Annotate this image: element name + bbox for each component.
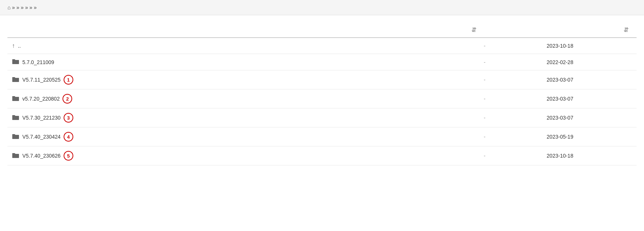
table-row: ↑..-2023-10-18 xyxy=(7,38,637,54)
sort-cell xyxy=(448,108,480,127)
parent-dir-icon: ↑ xyxy=(12,42,15,49)
last-cell xyxy=(616,108,637,127)
size-cell: - xyxy=(479,146,542,165)
sort-cell xyxy=(448,127,480,146)
table-row: 5.7.0_211009-2022-02-28 xyxy=(7,54,637,70)
column-header-file xyxy=(7,23,448,38)
size-cell: - xyxy=(479,38,542,54)
sequence-badge: 4 xyxy=(64,132,73,142)
home-icon: ⌂ xyxy=(7,4,10,10)
breadcrumb-separator: » xyxy=(16,4,21,10)
file-name[interactable]: 5.7.0_211009 xyxy=(22,59,54,65)
file-cell: V5.7.30_2212303 xyxy=(7,108,448,127)
last-cell xyxy=(616,127,637,146)
table-row: V5.7.11_2205251-2023-03-07 xyxy=(7,70,637,89)
sort-cell xyxy=(448,38,480,54)
breadcrumb-separator: » xyxy=(29,4,34,10)
size-cell: - xyxy=(479,89,542,108)
column-date-sort[interactable]: ⇵ xyxy=(616,23,637,38)
sequence-badge: 5 xyxy=(64,151,73,161)
file-cell: ↑.. xyxy=(7,38,448,54)
date-cell: 2023-10-18 xyxy=(542,146,615,165)
folder-icon xyxy=(12,152,19,159)
date-cell: 2023-05-19 xyxy=(542,127,615,146)
sort-cell xyxy=(448,70,480,89)
breadcrumb-separator: » xyxy=(12,4,16,10)
sort-cell xyxy=(448,146,480,165)
file-cell: V5.7.40_2306265 xyxy=(7,146,448,165)
table-row: V5.7.30_2212303-2023-03-07 xyxy=(7,108,637,127)
file-name[interactable]: V5.7.40_230626 xyxy=(22,153,61,159)
file-name[interactable]: v5.7.20_220802 xyxy=(22,96,60,102)
folder-icon xyxy=(12,114,19,121)
date-sort-icon[interactable]: ⇵ xyxy=(624,27,628,33)
main-content: ⇵ ⇵ ↑..-2023-10-18 5.7.0_211009-2022-02-… xyxy=(0,15,644,165)
size-cell: - xyxy=(479,108,542,127)
sequence-badge: 1 xyxy=(64,75,73,85)
date-cell: 2023-03-07 xyxy=(542,89,615,108)
last-cell xyxy=(616,38,637,54)
breadcrumb-separator: » xyxy=(21,4,25,10)
file-cell: V5.7.40_2304244 xyxy=(7,127,448,146)
file-name[interactable]: .. xyxy=(18,43,21,49)
date-cell: 2023-03-07 xyxy=(542,70,615,89)
folder-icon xyxy=(12,133,19,140)
file-cell: V5.7.11_2205251 xyxy=(7,70,448,89)
last-cell xyxy=(616,146,637,165)
column-header-size xyxy=(479,23,542,38)
sort-cell xyxy=(448,54,480,70)
sequence-badge: 3 xyxy=(64,113,73,123)
sort-icon[interactable]: ⇵ xyxy=(471,27,476,33)
table-row: v5.7.20_2208022-2023-03-07 xyxy=(7,89,637,108)
file-name[interactable]: V5.7.40_230424 xyxy=(22,134,61,140)
last-cell xyxy=(616,89,637,108)
file-cell: 5.7.0_211009 xyxy=(7,54,448,70)
folder-icon xyxy=(12,58,19,66)
breadcrumb: ⌂ » » » » » » xyxy=(0,0,644,15)
folder-icon xyxy=(12,76,19,83)
column-sort-icon[interactable]: ⇵ xyxy=(448,23,480,38)
date-cell: 2023-10-18 xyxy=(542,38,615,54)
column-header-date xyxy=(542,23,615,38)
breadcrumb-separator: » xyxy=(25,4,29,10)
table-header-row: ⇵ ⇵ xyxy=(7,23,637,38)
file-cell: v5.7.20_2208022 xyxy=(7,89,448,108)
date-cell: 2022-02-28 xyxy=(542,54,615,70)
folder-icon xyxy=(12,95,19,102)
last-cell xyxy=(616,54,637,70)
last-cell xyxy=(616,70,637,89)
table-row: V5.7.40_2306265-2023-10-18 xyxy=(7,146,637,165)
date-cell: 2023-03-07 xyxy=(542,108,615,127)
size-cell: - xyxy=(479,54,542,70)
file-table: ⇵ ⇵ ↑..-2023-10-18 5.7.0_211009-2022-02-… xyxy=(7,23,637,165)
size-cell: - xyxy=(479,70,542,89)
file-name[interactable]: V5.7.30_221230 xyxy=(22,115,61,121)
breadcrumb-separator: » xyxy=(34,4,37,10)
size-cell: - xyxy=(479,127,542,146)
file-name[interactable]: V5.7.11_220525 xyxy=(22,77,61,83)
sequence-badge: 2 xyxy=(63,94,72,104)
table-row: V5.7.40_2304244-2023-05-19 xyxy=(7,127,637,146)
sort-cell xyxy=(448,89,480,108)
